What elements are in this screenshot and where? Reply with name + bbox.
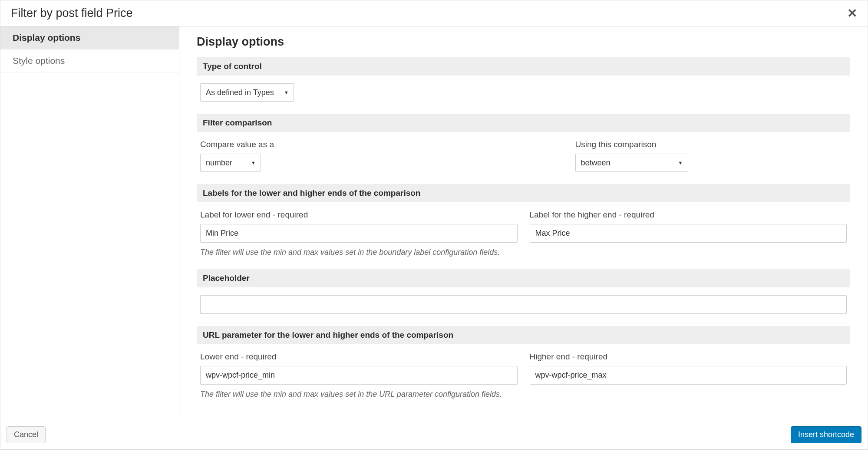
sidebar-item-style-options[interactable]: Style options: [0, 49, 179, 72]
section-placeholder-body: [197, 295, 850, 326]
lower-label-group: Label for lower end - required: [200, 210, 518, 243]
url-higher-group: Higher end - required: [530, 352, 847, 385]
section-labels-ends-header: Labels for the lower and higher ends of …: [197, 184, 850, 202]
modal-title: Filter by post field Price: [11, 7, 133, 20]
higher-end-input[interactable]: [530, 224, 847, 243]
type-of-control-select-wrap: As defined in Types: [200, 83, 294, 102]
url-lower-input[interactable]: [200, 366, 518, 385]
insert-shortcode-button[interactable]: Insert shortcode: [791, 426, 861, 443]
using-comparison-group: Using this comparison between: [575, 140, 847, 172]
lower-end-label: Label for lower end - required: [200, 210, 518, 220]
section-type-of-control-body: As defined in Types: [197, 83, 850, 114]
section-url-param-header: URL parameter for the lower and higher e…: [197, 326, 850, 344]
section-type-of-control-header: Type of control: [197, 57, 850, 76]
filter-modal: Filter by post field Price ✕ Display opt…: [0, 0, 868, 450]
compare-value-select-wrap: number: [200, 154, 261, 172]
compare-value-group: Compare value as a number: [200, 140, 472, 172]
section-filter-comparison-header: Filter comparison: [197, 114, 850, 132]
url-lower-label: Lower end - required: [200, 352, 518, 362]
compare-value-select[interactable]: number: [200, 154, 261, 172]
using-comparison-label: Using this comparison: [575, 140, 847, 149]
type-of-control-select[interactable]: As defined in Types: [200, 83, 294, 102]
sidebar: Display options Style options: [0, 26, 179, 420]
url-higher-label: Higher end - required: [530, 352, 847, 362]
modal-header: Filter by post field Price ✕: [0, 0, 868, 26]
compare-value-label: Compare value as a: [200, 140, 472, 149]
cancel-button[interactable]: Cancel: [7, 426, 46, 443]
lower-end-input[interactable]: [200, 224, 518, 243]
sidebar-item-label: Style options: [13, 56, 65, 66]
higher-label-group: Label for the higher end - required: [530, 210, 847, 243]
modal-footer: Cancel Insert shortcode: [0, 420, 868, 449]
url-lower-group: Lower end - required: [200, 352, 518, 385]
labels-hint: The filter will use the min and max valu…: [200, 248, 847, 257]
sidebar-item-display-options[interactable]: Display options: [0, 26, 179, 49]
section-url-param-body: Lower end - required Higher end - requir…: [197, 352, 850, 411]
modal-body: Display options Style options Display op…: [0, 26, 868, 420]
placeholder-input[interactable]: [200, 295, 847, 314]
using-comparison-select[interactable]: between: [575, 154, 688, 172]
content-heading: Display options: [197, 35, 850, 49]
close-icon[interactable]: ✕: [847, 7, 857, 20]
using-comparison-select-wrap: between: [575, 154, 688, 172]
url-higher-input[interactable]: [530, 366, 847, 385]
url-param-hint: The filter will use the min and max valu…: [200, 390, 847, 399]
content-area: Display options Type of control As defin…: [179, 26, 868, 420]
higher-end-label: Label for the higher end - required: [530, 210, 847, 220]
section-labels-ends-body: Label for lower end - required Label for…: [197, 210, 850, 269]
section-filter-comparison-body: Compare value as a number Using this com…: [197, 140, 850, 184]
section-placeholder-header: Placeholder: [197, 269, 850, 287]
sidebar-item-label: Display options: [13, 33, 80, 43]
